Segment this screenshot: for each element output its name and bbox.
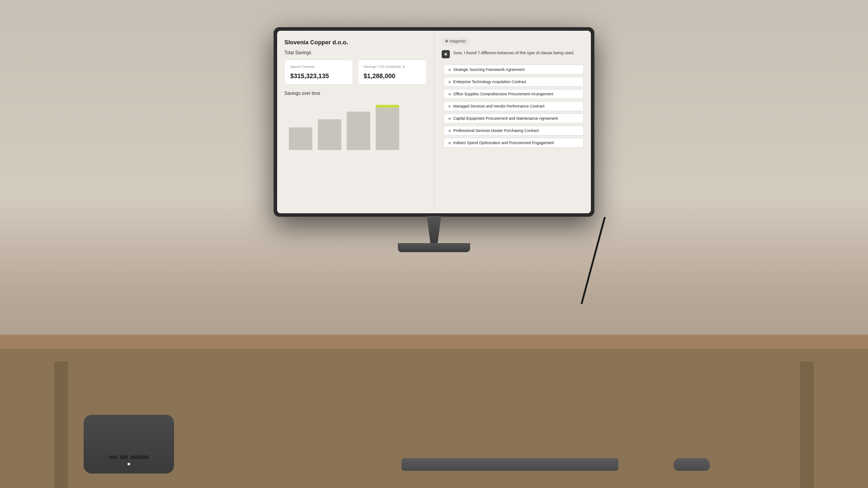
ai-message-row: Sure. I found 7 different instances of t… [442,50,584,58]
contract-list: Strategic Sourcing Framework AgreementEn… [442,65,584,148]
magentic-label: Magentic [442,38,470,45]
ai-avatar [442,50,450,58]
mac-studio [84,415,174,474]
contract-name: Strategic Sourcing Framework Agreement [453,67,525,72]
chart-title: Savings over time [284,91,427,96]
mac-studio-port-wide [131,455,149,459]
savings-ytd-card: Savings YTD (realised), $ $1,288,000 [358,60,426,84]
contract-bullet [448,105,451,108]
contract-item[interactable]: Professional Services Master Purchasing … [443,126,584,136]
contract-bullet [448,81,451,83]
desk-left-leg [54,361,68,488]
contract-name: Managed Services and Vendor Performance … [453,104,545,108]
mac-studio-ports [109,455,149,459]
bar-3 [347,112,370,150]
contract-item[interactable]: Managed Services and Vendor Performance … [443,101,584,111]
savings-ytd-label: Savings YTD (realised), $ [363,65,420,69]
bar-2 [318,119,341,150]
ai-message-text: Sure. I found 7 different instances of t… [453,50,575,56]
monitor-screen: Slovenia Copper d.o.o. Total Savings Spe… [277,31,591,213]
monitor-stand-neck [416,216,452,243]
desk-right-leg [800,361,814,488]
metrics-row: Spend Tracked $315,323,135 Savings YTD (… [284,60,427,84]
contract-item[interactable]: Indirect Spend Optimization and Procurem… [443,138,584,148]
keyboard [401,458,618,471]
contract-item[interactable]: Strategic Sourcing Framework Agreement [443,65,584,75]
monitor-bezel: Slovenia Copper d.o.o. Total Savings Spe… [274,27,594,217]
mac-studio-port-2 [120,455,128,459]
bar-chart [284,100,427,150]
magic-mouse [674,458,710,471]
bar-1 [289,127,312,150]
svg-point-1 [445,53,447,55]
contract-name: Capital Equipment Procurement and Mainte… [453,116,558,121]
spend-tracked-label: Spend Tracked [290,65,347,69]
magentic-text: Magentic [450,39,467,43]
company-name: Slovenia Copper d.o.o. [284,39,427,46]
contract-item[interactable]: Capital Equipment Procurement and Mainte… [443,113,584,123]
contract-name: Professional Services Master Purchasing … [453,128,539,133]
contract-item[interactable]: Enterprise Technology Acquisition Contra… [443,77,584,87]
contract-bullet [448,117,451,120]
monitor-stand-base [398,243,470,252]
bar-group-1 [289,127,312,150]
contract-item[interactable]: Office Supplies Comprehensive Procuremen… [443,89,584,99]
monitor: Slovenia Copper d.o.o. Total Savings Spe… [274,27,594,252]
contract-name: Enterprise Technology Acquisition Contra… [453,80,526,84]
savings-ytd-value: $1,288,000 [363,72,420,80]
contract-name: Indirect Spend Optimization and Procurem… [453,141,554,145]
bar-group-3 [347,112,370,150]
contract-bullet [448,142,451,144]
contract-bullet [448,69,451,71]
magentic-dot [445,40,448,42]
left-panel: Slovenia Copper d.o.o. Total Savings Spe… [277,31,434,213]
bar-group-2 [318,119,341,150]
total-savings-title: Total Savings [284,50,427,55]
mac-studio-led [127,463,130,465]
bar-4 [376,108,399,150]
desk-top [0,334,868,349]
contract-bullet [448,130,451,132]
bar-group-4 [376,105,399,150]
spend-tracked-value: $315,323,135 [290,72,347,80]
spend-tracked-card: Spend Tracked $315,323,135 [284,60,353,84]
mac-studio-port-1 [109,455,117,459]
ai-icon [443,52,448,56]
right-panel: Magentic Sure. I found 7 different insta… [434,31,591,213]
contract-bullet [448,93,451,95]
contract-name: Office Supplies Comprehensive Procuremen… [453,92,553,96]
